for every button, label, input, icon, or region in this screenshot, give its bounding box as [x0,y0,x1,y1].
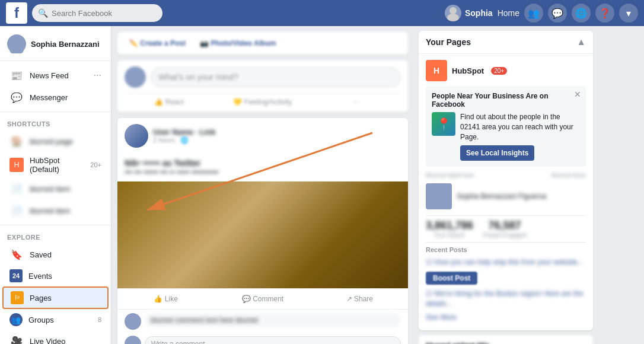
help-icon[interactable]: ❓ [595,4,614,23]
left-sidebar: Sophia Bernazzani 📰 News Feed ··· 💬 Mess… [0,26,111,344]
promo-close-icon[interactable]: ✕ [574,90,581,99]
map-icon: 📍 [432,112,455,136]
top-nav: f 🔍 Sophia Home 👥 💬 🌐 ❓ ▾ [0,0,644,26]
see-local-insights-button[interactable]: See Local Insights [460,145,534,161]
sidebar-item-events[interactable]: 24 Events [2,266,109,286]
widget2-title: blurred widget title [426,341,586,344]
sidebar-item-live-video[interactable]: 🎥 Live Video [2,330,109,344]
tab-photo-album[interactable]: 📷 Photo/Video Album [195,37,280,50]
facebook-logo[interactable]: f [6,2,27,24]
sidebar-item-shortcut2[interactable]: 📄 blurred item [2,178,109,199]
sidebar-username: Sophia Bernazzani [31,40,100,49]
recent-post-1[interactable]: ☑ How you can help stop this from your w… [426,256,586,269]
nav-user[interactable]: Sophia [445,5,493,21]
widget-header: Your Pages ▲ [419,31,593,54]
composer-input: What's on your mind? [125,66,401,88]
your-pages-widget: Your Pages ▲ H HubSpot 20+ ✕ People Near… [419,31,593,330]
feed-wrapper: ✏️ Create a Post 📷 Photo/Video Album Wha… [111,26,414,344]
saved-icon: 🔖 [9,247,24,262]
nav-icons: 👥 💬 🌐 ❓ ▾ [524,4,638,23]
hubspot-label: HubSpot (Default) [30,156,84,174]
engaged-label: People Engaged [483,232,527,238]
shortcut3-icon: 📄 [9,203,24,218]
sidebar-item-saved[interactable]: 🔖 Saved [2,244,109,265]
hubspot-page-name: HubSpot [452,66,484,75]
main-layout: Sophia Bernazzani 📰 News Feed ··· 💬 Mess… [0,26,644,344]
nav-links: Home [498,8,519,18]
widget2: blurred widget title blurred content are… [419,335,593,344]
recent-post-2[interactable]: ☑ We're hiring for the Boston region! He… [426,287,586,311]
comment-input[interactable]: Write a comment... [145,336,401,344]
hubspot-page-item[interactable]: H HubSpot 20+ [426,60,586,81]
sidebar-item-hubspot[interactable]: H HubSpot (Default) 20+ [2,152,109,177]
avatar [445,5,461,21]
sidebar-item-groups[interactable]: 👥 Groups 8 [2,310,109,330]
stat-reach: 3,861,786 Your Reach [426,219,473,238]
divider [0,60,111,61]
svg-point-2 [12,37,21,46]
post-card-1: User Name · Link 2 hours · 🌐 Nik• ••••••… [117,118,408,344]
sidebar-item-messenger[interactable]: 💬 Messenger [2,87,109,108]
widget-sub-header: blurred label text blurred time [426,171,586,179]
svg-point-3 [9,45,24,53]
more-options-icon[interactable]: ··· [94,70,101,81]
post-header: User Name · Link 2 hours · 🌐 [117,118,408,154]
feeling-btn[interactable]: 💛 Feeling/Activity [218,98,307,106]
react-btn[interactable]: 👍 React [125,98,213,106]
home-link[interactable]: Home [498,8,519,18]
messenger-icon[interactable]: 💬 [548,4,567,23]
divider [0,225,111,225]
hubspot-page-badge: 20+ [491,67,507,75]
post-author: User Name · Link [153,128,401,136]
widget-collapse-icon[interactable]: ▲ [576,37,586,47]
tab-create-post[interactable]: ✏️ Create a Post [125,37,190,50]
post-text: Nik• •••••• as Twitter ••• ••• •••••• ••… [117,154,408,181]
sidebar-item-pages[interactable]: 🏳 Pages [2,286,109,309]
search-input[interactable] [52,9,146,18]
stat-engaged: 76,587 People Engaged [483,219,527,238]
pages-icon: 🏳 [11,291,24,304]
recent-posts-label: Recent Posts [426,246,586,253]
sidebar-item-shortcut1[interactable]: 🏠 blurred page [2,130,109,152]
more-btn[interactable]: ··· [312,98,401,106]
stats-label: blurred label text [426,171,474,179]
svg-point-0 [449,7,457,14]
events-icon: 24 [9,269,23,282]
search-icon: 🔍 [38,8,48,18]
post-meta: User Name · Link 2 hours · 🌐 [153,128,401,144]
promo-text-area: Find out about the people in the 02141 a… [460,112,580,161]
see-more-posts[interactable]: See More [426,311,586,324]
shortcut2-label: blurred item [30,184,101,193]
sidebar-item-news-feed[interactable]: 📰 News Feed ··· [2,65,109,86]
shortcut1-label: blurred page [30,137,101,146]
comment-button[interactable]: 💬 Comment [214,291,311,307]
promo-content: 📍 Find out about the people in the 02141… [432,112,580,161]
comment-avatar [125,313,141,330]
reach-label: Your Reach [426,232,473,238]
globe-icon[interactable]: 🌐 [572,4,591,23]
stats-time: blurred time [551,171,586,179]
sidebar-item-label: News Feed [30,71,88,80]
groups-label: Groups [28,316,92,324]
post-avatar [125,124,148,148]
pages-label: Pages [30,294,100,302]
comment-bubble: blurred comment text here blurred [145,313,401,327]
post-image [117,181,408,288]
boost-post-button[interactable]: Boost Post [426,272,477,285]
share-button[interactable]: ↗ Share [311,291,408,307]
news-feed-icon: 📰 [9,68,24,82]
sidebar-user[interactable]: Sophia Bernazzani [0,31,111,57]
explore-label: EXPLORE [0,229,111,243]
composer-placeholder-text[interactable]: What's on your mind? [151,67,401,87]
svg-point-1 [447,14,459,21]
right-sidebar: Your Pages ▲ H HubSpot 20+ ✕ People Near… [414,26,598,344]
chevron-down-icon[interactable]: ▾ [619,4,638,23]
comment-input-avatar [125,336,141,344]
post-composer: What's on your mind? 👍 React 💛 Feeling/A… [117,60,408,112]
promo-title: People Near Your Business Are on Faceboo… [432,92,580,109]
page-thumb-row: Sophia Bernazzani Figueroa [426,181,586,212]
sidebar-item-shortcut3[interactable]: 📄 blurred item [2,200,109,221]
friends-icon[interactable]: 👥 [524,4,543,23]
like-button[interactable]: 👍 Like [117,291,214,307]
comment-row: blurred comment text here blurred [125,313,401,330]
